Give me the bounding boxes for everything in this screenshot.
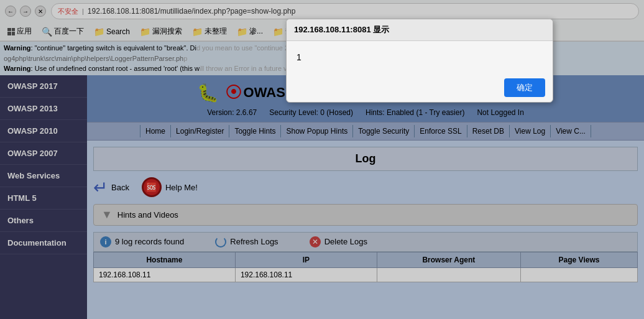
dialog-value: 1	[297, 49, 543, 66]
dialog-body: 1	[287, 41, 553, 73]
dialog-footer: 确定	[287, 73, 553, 102]
dialog-overlay: 192.168.108.11:8081 显示 1 确定	[0, 0, 644, 319]
dialog-ok-button[interactable]: 确定	[504, 78, 545, 97]
dialog-title: 192.168.108.11:8081 显示	[287, 19, 553, 41]
dialog-box: 192.168.108.11:8081 显示 1 确定	[286, 19, 553, 103]
